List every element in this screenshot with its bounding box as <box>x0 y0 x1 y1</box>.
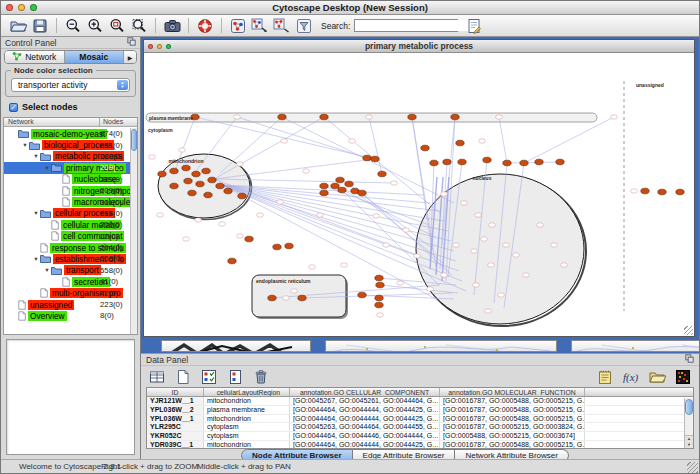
graph-node[interactable] <box>391 181 398 185</box>
graph-node-selected[interactable] <box>520 160 528 166</box>
graph-node-selected[interactable] <box>375 295 383 301</box>
unselect-attributes-icon[interactable] <box>225 368 245 386</box>
help-icon[interactable] <box>195 17 215 35</box>
graph-node-selected[interactable] <box>378 171 386 177</box>
search-input[interactable] <box>355 20 469 31</box>
formula-builder-icon[interactable]: f(x) <box>621 368 641 386</box>
graph-node[interactable] <box>453 243 460 247</box>
filter-icon[interactable] <box>294 17 314 35</box>
network-window-titlebar[interactable]: primary metabolic process <box>144 40 694 53</box>
graph-node[interactable] <box>479 139 486 143</box>
graph-node-selected[interactable] <box>658 189 666 195</box>
network-tree-item[interactable]: ▼metabolic process280(0) <box>4 151 130 162</box>
graph-node-selected[interactable] <box>224 188 232 194</box>
graph-node-selected[interactable] <box>458 159 466 165</box>
graph-node-selected[interactable] <box>556 159 564 165</box>
background-window-strip[interactable] <box>571 340 700 352</box>
graph-node[interactable] <box>341 263 348 267</box>
graph-node[interactable] <box>481 237 488 241</box>
graph-node-selected[interactable] <box>345 181 353 187</box>
graph-node-selected[interactable] <box>285 243 293 249</box>
table-cell[interactable]: [GO:0044464, GO:0044444, GO:0044425, G..… <box>290 441 440 449</box>
table-cell[interactable]: YKR052C <box>147 432 204 440</box>
graph-node-selected[interactable] <box>273 244 281 250</box>
network-tree-item[interactable]: nitrogen compo209(0) <box>4 185 130 196</box>
graph-node-selected[interactable] <box>451 114 459 120</box>
network-tree-item[interactable]: ▼cellular process614(0) <box>4 208 130 219</box>
graph-node-selected[interactable] <box>245 236 253 242</box>
graph-node[interactable] <box>496 115 503 119</box>
network-tree-item[interactable]: response to stimulu264(0) <box>4 242 130 253</box>
graph-node-selected[interactable] <box>421 145 429 151</box>
network-snapshot-icon[interactable] <box>162 17 182 35</box>
background-window-strip[interactable] <box>161 340 311 352</box>
tree-scrollbar[interactable] <box>130 128 137 334</box>
network-tree-item[interactable]: unassigned223(0) <box>4 299 130 310</box>
graph-node[interactable] <box>403 228 410 232</box>
graph-node-selected[interactable] <box>196 181 204 187</box>
graph-node-selected[interactable] <box>641 188 649 194</box>
table-cell[interactable]: [GO:0005488, GO:0005215, GO:0003674] <box>440 432 585 440</box>
graph-node-selected[interactable] <box>320 183 328 189</box>
network-tree-item[interactable]: ▼transport558(0) <box>4 265 130 276</box>
graph-node-selected[interactable] <box>456 140 464 146</box>
graph-node[interactable] <box>149 155 156 159</box>
table-cell[interactable]: [GO:0044464, GO:0044446, GO:0044444, G..… <box>290 432 440 440</box>
table-scrollbar[interactable]: ▲▼ <box>684 398 693 448</box>
table-column-header[interactable]: annotation.GO MOLECULAR_FUNCTION <box>440 388 585 396</box>
network-tree-item[interactable]: macromolecule311(0) <box>4 196 130 207</box>
network-tree-item[interactable]: Overview8(0) <box>4 310 130 321</box>
expand-arrow-icon[interactable]: ▼ <box>32 210 40 216</box>
table-cell[interactable]: [GO:0016787, GO:0005488, GO:0005215, G..… <box>440 397 585 405</box>
table-scrollbar-thumb[interactable] <box>685 399 693 415</box>
graph-node-selected[interactable] <box>338 187 346 193</box>
save-session-icon[interactable] <box>30 17 50 35</box>
graph-node[interactable] <box>414 254 421 258</box>
graph-node-selected[interactable] <box>443 159 451 165</box>
network-tree-item[interactable]: ▼biological_process651(0) <box>4 139 130 150</box>
graph-node-selected[interactable] <box>358 190 366 196</box>
graph-node-selected[interactable] <box>216 183 224 189</box>
graph-node-selected[interactable] <box>268 295 276 301</box>
graph-node[interactable] <box>157 213 164 217</box>
graph-node-selected[interactable] <box>503 160 511 166</box>
graph-node[interactable] <box>561 263 568 267</box>
vizmapper-icon[interactable] <box>228 17 248 35</box>
graph-node-selected[interactable] <box>208 177 216 183</box>
float-panel-icon[interactable] <box>685 354 694 365</box>
graph-node-selected[interactable] <box>298 295 306 301</box>
graph-node[interactable] <box>219 222 226 226</box>
network-tree-item[interactable]: nucleobase-209(0) <box>4 174 130 185</box>
graph-node[interactable] <box>237 234 244 238</box>
graph-node[interactable] <box>373 214 380 218</box>
graph-node-selected[interactable] <box>336 177 344 183</box>
graph-node[interactable] <box>291 289 298 293</box>
table-cell[interactable]: YPL036W__2 <box>147 406 204 414</box>
table-cell[interactable]: YJR121W__1 <box>147 397 204 405</box>
open-network-icon[interactable] <box>8 17 28 35</box>
network-tree-item[interactable]: secretion41(0) <box>4 276 130 287</box>
table-row[interactable]: YDR039C__1mitochondrion[GO:0044464, GO:0… <box>147 441 693 449</box>
table-row[interactable]: YPL036W__1mitochondrion[GO:0044464, GO:0… <box>147 415 693 424</box>
graph-node-selected[interactable] <box>204 192 212 198</box>
table-row[interactable]: YKR052Ccytoplasm[GO:0044464, GO:0044446,… <box>147 432 693 441</box>
tab-mosaic[interactable]: Mosaic <box>65 51 125 63</box>
table-cell[interactable]: plasma membrane <box>204 406 290 414</box>
graph-node-selected[interactable] <box>676 189 684 195</box>
network-tree-item[interactable]: multi-organism pro42(0) <box>4 287 130 298</box>
attribute-table-icon[interactable] <box>147 368 167 386</box>
table-cell[interactable]: [GO:0016787, GO:0005215, GO:0003824, G..… <box>440 423 585 431</box>
table-cell[interactable]: [GO:0016787, GO:0005488, GO:0005215, G..… <box>440 415 585 423</box>
table-cell[interactable]: YLR295C <box>147 423 204 431</box>
graph-node-selected[interactable] <box>376 282 384 288</box>
graph-node[interactable] <box>383 243 390 247</box>
graph-node-selected[interactable] <box>363 155 371 161</box>
background-window-strip[interactable] <box>325 340 557 352</box>
tree-col-nodes[interactable]: Nodes <box>99 118 137 126</box>
table-cell[interactable]: cytoplasm <box>204 423 290 431</box>
graph-node[interactable] <box>237 162 244 166</box>
notepad-icon[interactable] <box>595 368 615 386</box>
table-cell[interactable]: cytoplasm <box>204 432 290 440</box>
graph-node-selected[interactable] <box>278 114 286 120</box>
expand-arrow-icon[interactable]: ▼ <box>32 153 40 159</box>
